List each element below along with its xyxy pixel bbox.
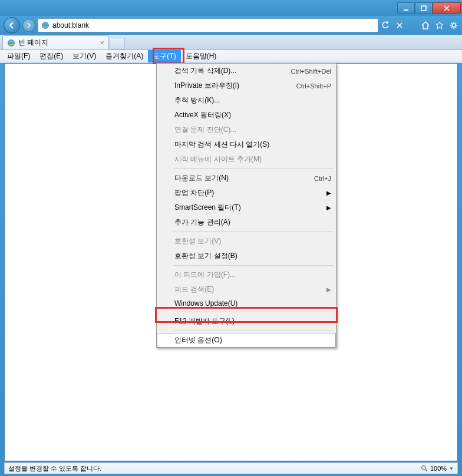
menu-item-label: 이 피드에 가입(F)... — [174, 270, 236, 280]
submenu-arrow-icon: ▶ — [326, 204, 331, 211]
menu-item-feed-subscribe: 이 피드에 가입(F)... — [157, 267, 336, 282]
forward-button[interactable] — [22, 19, 35, 32]
menu-item-tracking[interactable]: 추적 방지(K)... — [157, 93, 336, 108]
svg-rect-0 — [404, 9, 408, 11]
home-icon[interactable] — [421, 21, 430, 30]
menu-item-label: ActiveX 필터링(X) — [174, 110, 231, 120]
menu-shortcut: Ctrl+Shift+P — [296, 82, 331, 90]
menu-item-downloads[interactable]: 다운로드 보기(N) Ctrl+J — [157, 171, 336, 186]
menu-item-reopen-session[interactable]: 마지막 검색 세션 다시 열기(S) — [157, 137, 336, 152]
menu-item-label: SmartScreen 필터(T) — [174, 203, 241, 213]
zoom-dropdown-icon: ▼ — [449, 466, 454, 471]
menu-shortcut: Ctrl+J — [314, 175, 331, 182]
back-button[interactable] — [4, 17, 20, 34]
status-bar: 설정을 변경할 수 있도록 합니다. 100% ▼ — [4, 462, 458, 474]
menu-bar: 파일(F) 편집(E) 보기(V) 즐겨찾기(A) 도구(T) 도움말(H) — [0, 50, 462, 63]
menu-item-label: 피드 검색(E) — [174, 285, 214, 295]
menu-item-internet-options[interactable]: 인터넷 옵션(O) — [157, 333, 336, 348]
close-button[interactable] — [433, 2, 461, 14]
svg-point-2 — [42, 22, 49, 29]
svg-point-4 — [8, 39, 15, 47]
url-input[interactable] — [52, 21, 375, 29]
menu-item-label: 다운로드 보기(N) — [174, 173, 229, 183]
tab-active[interactable]: 빈 페이지 × — [2, 35, 108, 49]
nav-right-controls — [381, 21, 458, 30]
menu-item-inprivate[interactable]: InPrivate 브라우징(I) Ctrl+Shift+P — [157, 78, 336, 93]
submenu-arrow-icon: ▶ — [326, 190, 331, 196]
tab-title: 빈 페이지 — [18, 38, 48, 48]
maximize-button[interactable] — [415, 2, 433, 14]
menu-item-activex[interactable]: ActiveX 필터링(X) — [157, 108, 336, 123]
menu-item-label: 추가 기능 관리(A) — [174, 217, 230, 227]
menu-tools[interactable]: 도구(T) — [148, 50, 180, 62]
status-text: 설정을 변경할 수 있도록 합니다. — [8, 464, 421, 473]
menu-item-compat-settings[interactable]: 호환성 보기 설정(B) — [157, 249, 336, 263]
menu-item-label: 호환성 보기(V) — [174, 236, 221, 246]
menu-item-addons[interactable]: 추가 기능 관리(A) — [157, 215, 336, 230]
tools-icon[interactable] — [449, 21, 458, 30]
menu-item-label: InPrivate 브라우징(I) — [174, 81, 239, 91]
menu-item-label: 팝업 차단(P) — [174, 188, 214, 198]
menu-item-compat-view: 호환성 보기(V) — [157, 234, 336, 249]
nav-toolbar — [0, 16, 462, 35]
minimize-button[interactable] — [397, 2, 415, 14]
menu-item-diagnose: 연결 문제 진단(C)... — [157, 123, 336, 137]
menu-separator — [173, 330, 334, 331]
menu-item-label: Windows Update(U) — [174, 299, 237, 308]
menu-help[interactable]: 도움말(H) — [181, 50, 222, 62]
menu-item-delete-history[interactable]: 검색 기록 삭제(D)... Ctrl+Shift+Del — [157, 64, 336, 78]
tab-close-icon[interactable]: × — [100, 38, 104, 47]
refresh-icon[interactable] — [381, 21, 390, 30]
menu-item-label: 연결 문제 진단(C)... — [174, 125, 236, 135]
menu-item-label: 마지막 검색 세션 다시 열기(S) — [174, 140, 269, 150]
menu-item-label: 시작 메뉴에 사이트 추가(M) — [174, 154, 262, 164]
zoom-value: 100% — [430, 465, 447, 472]
menu-item-popup-block[interactable]: 팝업 차단(P) ▶ — [157, 186, 336, 200]
menu-separator — [173, 232, 334, 232]
menu-item-label: F12 개발자 도구(L) — [174, 316, 235, 326]
tools-dropdown-menu: 검색 기록 삭제(D)... Ctrl+Shift+Del InPrivate … — [156, 63, 336, 348]
menu-item-smartscreen[interactable]: SmartScreen 필터(T) ▶ — [157, 200, 336, 215]
menu-shortcut: Ctrl+Shift+Del — [291, 68, 331, 75]
menu-favorites[interactable]: 즐겨찾기(A) — [101, 50, 148, 62]
menu-edit[interactable]: 편집(E) — [35, 50, 68, 62]
svg-point-5 — [421, 466, 425, 470]
tab-bar: 빈 페이지 × — [0, 35, 462, 50]
menu-separator — [173, 168, 334, 169]
zoom-control[interactable]: 100% ▼ — [421, 465, 454, 472]
zoom-icon — [421, 465, 428, 472]
menu-item-label: 추적 방지(K)... — [174, 95, 220, 105]
menu-item-windows-update[interactable]: Windows Update(U) — [157, 297, 336, 310]
menu-separator — [173, 312, 334, 312]
ie-page-icon — [41, 21, 50, 30]
window-buttons — [397, 2, 461, 14]
menu-separator — [173, 265, 334, 266]
menu-item-label: 검색 기록 삭제(D)... — [174, 66, 236, 76]
address-bar[interactable] — [38, 18, 378, 32]
favorites-icon[interactable] — [435, 21, 444, 30]
new-tab-button[interactable] — [110, 38, 125, 49]
svg-point-3 — [452, 24, 456, 27]
menu-view[interactable]: 보기(V) — [68, 50, 101, 62]
submenu-arrow-icon: ▶ — [326, 286, 331, 293]
ie-tab-icon — [6, 38, 16, 48]
svg-rect-1 — [421, 6, 426, 11]
menu-item-label: 호환성 보기 설정(B) — [174, 251, 237, 261]
menu-file[interactable]: 파일(F) — [2, 50, 35, 62]
menu-item-f12-devtools[interactable]: F12 개발자 도구(L) — [157, 314, 336, 329]
stop-icon[interactable] — [395, 21, 404, 30]
menu-item-add-startmenu: 시작 메뉴에 사이트 추가(M) — [157, 152, 336, 167]
menu-item-feed-search: 피드 검색(E) ▶ — [157, 282, 336, 297]
window-titlebar — [0, 0, 462, 16]
menu-item-label: 인터넷 옵션(O) — [174, 335, 222, 345]
